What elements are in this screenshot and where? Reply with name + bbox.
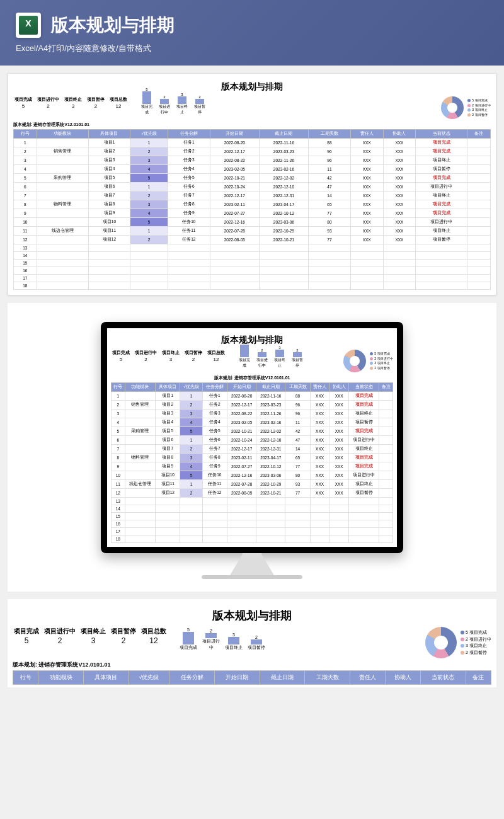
table-header: 截止日期 [256, 383, 285, 392]
sheet-title: 版本规划与排期 [13, 81, 491, 93]
table-row: 3项目33任务32022-08-222022-11-2696XXXXXX项目终止 [14, 156, 491, 165]
table-row: 8物料管理项目83任务82023-02-112023-04-1765XXXXXX… [112, 454, 393, 462]
table-header: 功能模块 [38, 671, 84, 685]
table-header: 工期天数 [308, 130, 350, 139]
table-row: 13 [112, 498, 393, 505]
donut-chart: 5项目完成2项目进行中3项目终止2项目暂停 [343, 350, 393, 372]
table-header: 功能模块 [37, 130, 88, 139]
table-row: 18 [14, 282, 491, 290]
table-header: 协助人 [329, 383, 349, 392]
table-header: 协助人 [386, 671, 421, 685]
table-header: 备注 [466, 671, 491, 685]
table-header: 责任人 [310, 383, 329, 392]
table-row: 15 [14, 260, 491, 267]
table-header: 截止日期 [259, 130, 308, 139]
table-row: 7项目72任务72022-12-172022-12-3114XXXXXX项目终止 [112, 445, 393, 454]
schedule-table: 行号功能模块具体项目√优先级任务分解开始日期截止日期工期天数责任人协助人当前状态… [13, 670, 491, 685]
sheet-title: 版本规划与排期 [13, 608, 491, 623]
table-row: 2销售管理项目22任务22022-12-172023-03-2396XXXXXX… [112, 401, 393, 410]
table-row: 15 [112, 513, 393, 520]
donut-chart: 5项目完成2项目进行中3项目终止2项目暂停 [425, 627, 491, 658]
table-header: 当前状态 [421, 671, 466, 685]
table-row: 11线边仓管理项目111任务112022-07-282022-10-2993XX… [112, 480, 393, 489]
table-row: 3项目33任务32022-08-222022-11-2696XXXXXX项目终止 [112, 410, 393, 418]
table-header: 当前状态 [416, 130, 467, 139]
sheet-title: 版本规划与排期 [111, 335, 393, 346]
table-header: 任务分解 [202, 383, 227, 392]
table-row: 10项目105任务102022-12-162023-03-0680XXXXXX项… [112, 471, 393, 480]
table-header: √优先级 [130, 130, 168, 139]
table-row: 17 [14, 275, 491, 282]
table-row: 11线边仓管理项目111任务112022-07-282022-10-2993XX… [14, 227, 491, 236]
table-header: 当前状态 [348, 383, 379, 392]
table-header: 责任人 [350, 671, 386, 685]
bar-chart: 5项目完成2项目进行中3项目终止2项目暂停 [179, 627, 266, 651]
table-header: 具体项目 [88, 130, 130, 139]
summary-stats: 项目完成5项目进行中2项目终止3项目暂停2项目总数12 [111, 350, 226, 362]
bar-chart: 5项目完成2项目进行中3项目终止2项目暂停 [140, 96, 207, 115]
preview-sheet-large: 版本规划与排期项目完成5项目进行中2项目终止3项目暂停2项目总数125项目完成2… [8, 73, 496, 295]
schedule-table: 行号功能模块具体项目√优先级任务分解开始日期截止日期工期天数责任人协助人当前状态… [111, 382, 393, 543]
donut-chart: 5项目完成2项目进行中3项目终止2项目暂停 [441, 96, 491, 119]
table-header: 功能模块 [125, 383, 155, 392]
monitor-mockup: 版本规划与排期项目完成5项目进行中2项目终止3项目暂停2项目总数125项目完成2… [8, 303, 496, 592]
table-row: 6项目61任务62022-10-242022-12-1047XXXXXX项目进行… [14, 183, 491, 192]
table-header: 任务分解 [169, 671, 215, 685]
table-header: 具体项目 [156, 383, 180, 392]
table-row: 9项目94任务92022-07-272022-10-1277XXXXXX项目完成 [112, 462, 393, 471]
table-row: 12项目122任务122022-08-052022-10-2177XXXXXX项… [14, 236, 491, 244]
table-row: 8物料管理项目83任务82023-02-112023-04-1765XXXXXX… [14, 200, 491, 209]
table-row: 17 [112, 528, 393, 536]
page-title: 版本规划与排期 [51, 13, 175, 37]
table-row: 6项目61任务62022-10-242022-12-1047XXXXXX项目进行… [112, 436, 393, 445]
table-header: 协助人 [383, 130, 416, 139]
table-row: 1项目11任务12022-08-202022-11-1688XXXXXX项目完成 [14, 139, 491, 147]
summary-stats: 项目完成5项目进行中2项目终止3项目暂停2项目总数12 [13, 96, 129, 109]
table-header: 开始日期 [214, 671, 260, 685]
table-row: 2销售管理项目22任务22022-12-172023-03-2396XXXXXX… [14, 147, 491, 156]
summary-stats: 项目完成5项目进行中2项目终止3项目暂停2项目总数12 [13, 627, 168, 645]
table-row: 18 [112, 536, 393, 543]
table-row: 13 [14, 244, 491, 252]
table-row: 12项目122任务122022-08-052022-10-2177XXXXXX项… [112, 489, 393, 498]
table-header: 任务分解 [168, 130, 210, 139]
table-row: 4项目44任务42023-02-052023-02-1611XXXXXX项目暂停 [14, 165, 491, 174]
table-header: 行号 [13, 671, 38, 685]
table-header: 备注 [379, 383, 393, 392]
bar-chart: 5项目完成2项目进行中3项目终止2项目暂停 [238, 350, 304, 369]
table-header: 开始日期 [227, 383, 256, 392]
table-row: 16 [14, 267, 491, 275]
table-row: 10项目105任务102022-12-162023-03-0680XXXXXX项… [14, 218, 491, 227]
footer-strip: 版本规划与排期项目完成5项目进行中2项目终止3项目暂停2项目总数125项目完成2… [8, 599, 496, 687]
version-info: 版本规划: 进销存管理系统V12.0101.01 [111, 375, 393, 381]
table-row: 4项目44任务42023-02-052023-02-1611XXXXXX项目暂停 [112, 418, 393, 427]
table-header: 备注 [467, 130, 491, 139]
table-header: √优先级 [129, 671, 169, 685]
version-info: 版本规划: 进销存管理系统V12.0101.01 [13, 122, 491, 128]
table-header: 行号 [14, 130, 37, 139]
table-row: 16 [112, 520, 393, 528]
table-header: 工期天数 [285, 383, 310, 392]
table-row: 5采购管理项目55任务52022-10-212022-12-0242XXXXXX… [112, 427, 393, 436]
table-row: 14 [112, 505, 393, 513]
hero-banner: 版本规划与排期 Excel/A4打印/内容随意修改/自带格式 [0, 0, 504, 66]
table-row: 14 [14, 252, 491, 260]
table-header: 工期天数 [305, 671, 350, 685]
table-header: √优先级 [180, 383, 202, 392]
table-header: 截止日期 [260, 671, 305, 685]
table-row: 7项目72任务72022-12-172022-12-3114XXXXXX项目终止 [14, 192, 491, 200]
page-subtitle: Excel/A4打印/内容随意修改/自带格式 [16, 43, 488, 54]
table-row: 9项目94任务92022-07-272022-10-1277XXXXXX项目完成 [14, 209, 491, 218]
schedule-table: 行号功能模块具体项目√优先级任务分解开始日期截止日期工期天数责任人协助人当前状态… [13, 129, 491, 290]
table-header: 行号 [112, 383, 125, 392]
table-header: 开始日期 [210, 130, 259, 139]
version-info: 版本规划: 进销存管理系统V12.0101.01 [13, 661, 491, 669]
table-row: 1项目11任务12022-08-202022-11-1688XXXXXX项目完成 [112, 392, 393, 401]
excel-icon [16, 13, 41, 38]
table-header: 责任人 [350, 130, 383, 139]
table-header: 具体项目 [83, 671, 129, 685]
table-row: 5采购管理项目55任务52022-10-212022-12-0242XXXXXX… [14, 174, 491, 183]
